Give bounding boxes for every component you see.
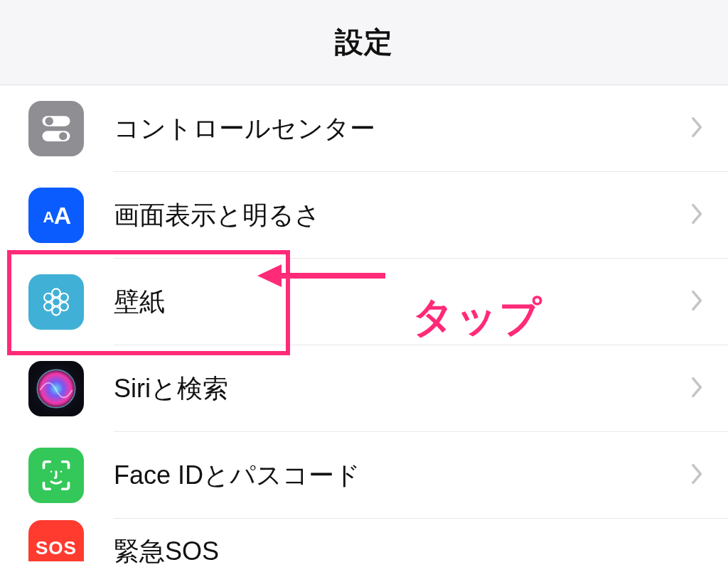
row-label: Face IDとパスコード xyxy=(114,458,682,493)
svg-point-7 xyxy=(52,288,60,297)
settings-header: 設定 xyxy=(0,0,728,85)
display-brightness-icon: A A xyxy=(28,188,84,243)
row-label: Siriと検索 xyxy=(114,372,682,406)
svg-point-8 xyxy=(60,293,68,302)
page-title: 設定 xyxy=(335,23,393,62)
settings-screen: 設定 コントロールセンター A A xyxy=(0,0,728,572)
sos-icon: SOS xyxy=(28,520,84,561)
row-label: 壁紙 xyxy=(114,285,682,320)
svg-point-1 xyxy=(46,117,53,125)
row-label: コントロールセンター xyxy=(114,112,682,146)
row-siri-search[interactable]: Siriと検索 xyxy=(0,345,728,432)
chevron-right-icon xyxy=(691,377,705,401)
chevron-right-icon xyxy=(691,463,705,487)
row-label: 画面表示と明るさ xyxy=(114,198,682,233)
svg-point-9 xyxy=(60,302,68,311)
svg-text:A: A xyxy=(43,208,54,226)
row-faceid-passcode[interactable]: Face IDとパスコード xyxy=(0,432,728,519)
row-display-brightness[interactable]: A A 画面表示と明るさ xyxy=(0,172,728,259)
settings-list: コントロールセンター A A 画面表示と明るさ xyxy=(0,85,728,561)
faceid-icon xyxy=(28,448,84,503)
svg-text:A: A xyxy=(54,202,71,229)
svg-point-15 xyxy=(50,470,53,473)
wallpaper-icon xyxy=(28,274,84,330)
row-control-center[interactable]: コントロールセンター xyxy=(0,85,728,172)
row-label: 緊急SOS xyxy=(114,534,705,569)
row-wallpaper[interactable]: 壁紙 xyxy=(0,259,728,345)
row-emergency-sos[interactable]: SOS 緊急SOS xyxy=(0,519,728,561)
chevron-right-icon xyxy=(691,117,705,141)
siri-icon xyxy=(28,361,84,416)
svg-point-16 xyxy=(60,470,63,473)
svg-point-12 xyxy=(44,293,53,302)
svg-point-11 xyxy=(44,302,53,311)
chevron-right-icon xyxy=(691,203,705,227)
svg-point-3 xyxy=(59,132,67,140)
control-center-icon xyxy=(28,101,84,156)
svg-point-6 xyxy=(52,298,60,306)
svg-point-10 xyxy=(52,307,60,315)
sos-icon-text: SOS xyxy=(36,537,77,559)
chevron-right-icon xyxy=(691,290,705,314)
